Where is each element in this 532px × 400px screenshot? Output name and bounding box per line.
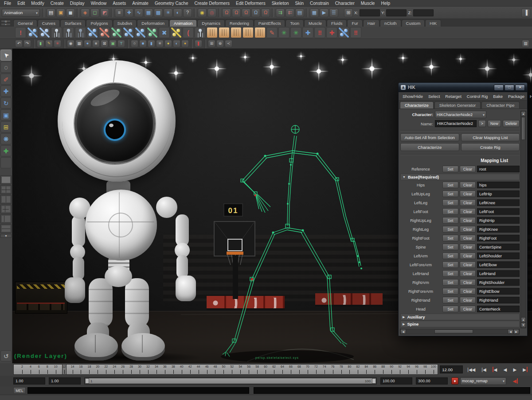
mask-dynamics-icon[interactable]: [164, 8, 172, 17]
auto-keyframe-toggle[interactable]: ◀: [511, 377, 520, 385]
flat-shade-icon[interactable]: [92, 40, 100, 47]
set-button[interactable]: Set: [442, 306, 458, 312]
output-connections-icon[interactable]: [286, 8, 294, 17]
name-field[interactable]: HIKCharacterNode2: [435, 120, 477, 127]
shelf-tab-deformation[interactable]: Deformation: [137, 19, 169, 27]
sidebar-toggle-icon[interactable]: [521, 8, 530, 17]
mask-rendering-icon[interactable]: [173, 8, 182, 17]
set-button[interactable]: Set: [442, 199, 458, 206]
snap-surface-icon[interactable]: [261, 8, 270, 17]
mask-misc-icon[interactable]: [183, 8, 192, 17]
texture-view-icon[interactable]: [117, 40, 125, 47]
layout-dropdown[interactable]: [0, 234, 12, 238]
scrollbar-thumb[interactable]: [521, 117, 525, 140]
layout-outliner-pane[interactable]: [0, 214, 12, 223]
reroot-skeleton-icon[interactable]: [111, 27, 122, 38]
step-back-key-button[interactable]: ◀: [490, 365, 500, 373]
mirror-joint-icon[interactable]: [159, 27, 170, 38]
breakdown-icon[interactable]: [326, 27, 337, 38]
clear-button[interactable]: Clear: [460, 244, 476, 250]
plane-icon[interactable]: [139, 40, 147, 47]
set-button[interactable]: Set: [442, 166, 458, 172]
shelf-tab-fluids[interactable]: Fluids: [327, 19, 347, 27]
paint-select-tool[interactable]: [0, 74, 12, 85]
set-button[interactable]: Set: [442, 182, 458, 188]
playback-start-field[interactable]: 1.00: [49, 377, 81, 384]
current-time-field[interactable]: 12.00: [440, 365, 463, 373]
snap-curve-icon[interactable]: [232, 8, 241, 17]
pole-vector-icon[interactable]: [350, 27, 361, 38]
range-end-handle[interactable]: [372, 378, 376, 384]
mask-joints-icon[interactable]: [125, 8, 133, 17]
shelf-tab-toon[interactable]: Toon: [286, 19, 304, 27]
set-button[interactable]: Set: [442, 190, 458, 197]
universal-manipulator-tool[interactable]: [0, 121, 12, 132]
menu-item-modify[interactable]: Modify: [28, 0, 47, 7]
command-response-field[interactable]: [254, 387, 530, 394]
shelf-tab-hik[interactable]: HIK: [425, 19, 441, 27]
expand-name-button[interactable]: >: [478, 120, 486, 127]
select-tool[interactable]: [0, 50, 12, 61]
clear-button[interactable]: Clear: [460, 199, 476, 206]
close-button[interactable]: ✕: [515, 85, 525, 91]
menu-item-edit-deformers[interactable]: Edit Deformers: [233, 0, 269, 7]
clear-button[interactable]: Clear: [460, 288, 476, 295]
section-spine[interactable]: ▶ Spine: [400, 321, 520, 327]
skeleton-mirror-icon[interactable]: [75, 27, 86, 38]
mapping-value-field[interactable]: RightFoot: [477, 235, 520, 241]
lasso-select-tool[interactable]: [0, 62, 12, 73]
detach-skin-icon[interactable]: [231, 27, 242, 38]
set-button[interactable]: Set: [442, 279, 458, 286]
command-input[interactable]: [27, 387, 249, 394]
key-light-icon[interactable]: [164, 40, 172, 47]
rim-light-icon[interactable]: [181, 40, 189, 47]
frame-selection-icon[interactable]: [208, 40, 215, 47]
default-material-icon[interactable]: [131, 40, 138, 47]
menu-set-selector[interactable]: Animation: [2, 9, 40, 17]
mapping-value-field[interactable]: hips: [477, 182, 520, 188]
menu-item-display[interactable]: Display: [67, 0, 88, 7]
custom-tool-icon[interactable]: [0, 350, 12, 361]
soft-modification-tool[interactable]: [0, 133, 12, 144]
mapping-value-field[interactable]: RightElbow: [477, 288, 520, 295]
mapping-value-field[interactable]: RightHip: [477, 217, 520, 224]
clear-button[interactable]: Clear: [460, 297, 476, 303]
bind-pose-icon[interactable]: [195, 27, 206, 38]
shelf-tab-polygons[interactable]: Polygons: [86, 19, 112, 27]
mapping-value-field[interactable]: RightKnee: [477, 226, 520, 233]
mapping-value-field[interactable]: LeftShoulder: [477, 252, 520, 259]
shelf-tab-surfaces[interactable]: Surfaces: [60, 19, 86, 27]
character-set-dropdown[interactable]: mocap_remap: [460, 377, 506, 385]
clear-button[interactable]: Clear: [460, 261, 476, 268]
set-button[interactable]: Set: [442, 288, 458, 295]
mapping-value-field[interactable]: LeftHand: [477, 270, 520, 277]
shelf-tab-muscle[interactable]: Muscle: [304, 19, 326, 27]
joint-tool-icon[interactable]: [87, 27, 98, 38]
set-button[interactable]: Set: [442, 297, 458, 303]
play-backwards-button[interactable]: ◀: [501, 365, 509, 373]
scroll-left-icon[interactable]: ◀: [400, 329, 406, 334]
mapping-value-field[interactable]: CenterSpine: [477, 244, 520, 250]
annotate-icon[interactable]: [45, 40, 53, 47]
create-rig-button[interactable]: Create Rig: [461, 143, 520, 151]
select-hierarchy-icon[interactable]: [81, 8, 90, 17]
move-tool[interactable]: [0, 85, 12, 97]
mapping-value-field[interactable]: LeftHip: [477, 190, 520, 197]
shelf-tab-hair[interactable]: Hair: [363, 19, 379, 27]
clear-mapping-list-button[interactable]: Clear Mapping List: [461, 133, 520, 141]
menu-item-constrain[interactable]: Constrain: [307, 0, 332, 7]
mask-surfaces-icon[interactable]: [144, 8, 153, 17]
keyframe-icon[interactable]: [314, 27, 325, 38]
hik-menu-bake[interactable]: Bake: [490, 93, 505, 100]
time-slider[interactable]: 2468101214161820222426283032343638404244…: [13, 364, 438, 375]
playback-end-field[interactable]: 100.00: [380, 377, 412, 384]
hik-tab-characterize[interactable]: Characterize: [400, 101, 434, 109]
shaded-icon[interactable]: [84, 40, 91, 47]
layout-two-pane[interactable]: [0, 195, 12, 204]
ik-handle-icon[interactable]: [27, 27, 38, 38]
measure-icon[interactable]: [37, 40, 44, 47]
hik-menu-control-rig[interactable]: Control Rig: [464, 93, 491, 100]
smooth-bind-icon[interactable]: [207, 27, 218, 38]
play-forwards-button[interactable]: ▶: [510, 365, 519, 373]
rigid-bind-icon[interactable]: [219, 27, 230, 38]
